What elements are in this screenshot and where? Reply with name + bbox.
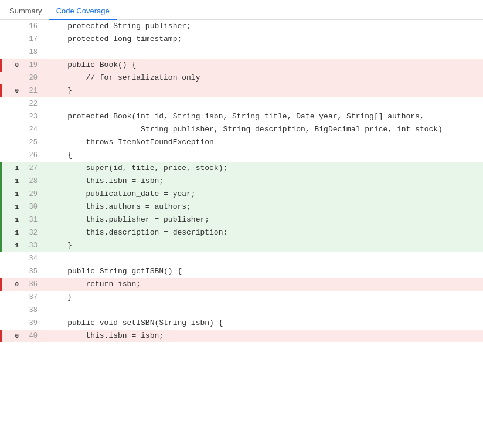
code-line [45, 252, 483, 265]
table-row: 25 throws ItemNotFoundException [0, 136, 483, 149]
table-row: 24 String publisher, String description,… [0, 123, 483, 136]
line-number: 28 [21, 175, 45, 188]
coverage-indicator [0, 291, 21, 304]
tab-summary[interactable]: Summary [2, 3, 49, 20]
code-line: super(id, title, price, stock); [45, 162, 483, 175]
code-line: protected long timestamp; [45, 33, 483, 46]
coverage-count: 0 [15, 330, 19, 342]
line-number: 40 [21, 330, 45, 342]
table-row: 128 this.isbn = isbn; [0, 175, 483, 188]
line-number: 36 [21, 278, 45, 291]
coverage-indicator: 1 [0, 188, 21, 201]
code-line: protected Book(int id, String isbn, Stri… [45, 110, 483, 123]
code-line [45, 304, 483, 317]
code-line: throws ItemNotFoundException [45, 136, 483, 149]
coverage-indicator [0, 136, 21, 149]
coverage-indicator: 0 [0, 59, 21, 72]
table-row: 22 [0, 97, 483, 110]
coverage-count: 1 [15, 239, 19, 252]
coverage-indicator [0, 72, 21, 84]
line-number: 37 [21, 291, 45, 304]
line-number: 25 [21, 136, 45, 149]
line-number: 27 [21, 162, 45, 175]
line-number: 34 [21, 252, 45, 265]
line-number: 22 [21, 97, 45, 110]
coverage-count: 1 [15, 188, 19, 201]
tab-code-coverage[interactable]: Code Coverage [49, 3, 117, 20]
coverage-indicator: 0 [0, 278, 21, 291]
table-row: 132 this.description = description; [0, 226, 483, 239]
coverage-count: 1 [15, 201, 19, 213]
coverage-indicator [0, 265, 21, 278]
line-number: 26 [21, 149, 45, 162]
code-line [45, 46, 483, 59]
coverage-count: 1 [15, 175, 19, 188]
table-row: 036 return isbn; [0, 278, 483, 291]
coverage-count: 1 [15, 213, 19, 226]
table-row: 37 } [0, 291, 483, 304]
coverage-count: 0 [15, 59, 19, 72]
coverage-count: 1 [15, 162, 19, 175]
table-row: 131 this.publisher = publisher; [0, 213, 483, 226]
line-number: 33 [21, 239, 45, 252]
coverage-indicator [0, 317, 21, 330]
code-line: protected String publisher; [45, 20, 483, 33]
line-number: 31 [21, 213, 45, 226]
code-line: this.authors = authors; [45, 201, 483, 213]
code-line: } [45, 291, 483, 304]
line-number: 39 [21, 317, 45, 330]
code-line: public String getISBN() { [45, 265, 483, 278]
coverage-indicator [0, 33, 21, 46]
coverage-indicator [0, 252, 21, 265]
code-line: publication_date = year; [45, 188, 483, 201]
table-row: 38 [0, 304, 483, 317]
coverage-indicator: 1 [0, 239, 21, 252]
coverage-indicator [0, 20, 21, 33]
line-number: 18 [21, 46, 45, 59]
table-row: 133 } [0, 239, 483, 252]
coverage-indicator: 1 [0, 162, 21, 175]
coverage-indicator [0, 304, 21, 317]
line-number: 24 [21, 123, 45, 136]
line-number: 38 [21, 304, 45, 317]
line-number: 23 [21, 110, 45, 123]
coverage-indicator [0, 97, 21, 110]
line-number: 17 [21, 33, 45, 46]
code-line: public Book() { [45, 59, 483, 72]
coverage-count: 0 [15, 278, 19, 291]
code-line: this.isbn = isbn; [45, 330, 483, 342]
code-line: { [45, 149, 483, 162]
table-row: 129 publication_date = year; [0, 188, 483, 201]
line-number: 20 [21, 72, 45, 84]
table-row: 23 protected Book(int id, String isbn, S… [0, 110, 483, 123]
coverage-indicator: 1 [0, 201, 21, 213]
code-line: // for serialization only [45, 72, 483, 84]
code-line: public void setISBN(String isbn) { [45, 317, 483, 330]
line-number: 19 [21, 59, 45, 72]
table-row: 130 this.authors = authors; [0, 201, 483, 213]
table-row: 019 public Book() { [0, 59, 483, 72]
table-row: 26 { [0, 149, 483, 162]
coverage-indicator: 0 [0, 84, 21, 97]
line-number: 29 [21, 188, 45, 201]
table-row: 18 [0, 46, 483, 59]
code-line [45, 97, 483, 110]
coverage-indicator [0, 46, 21, 59]
code-line: String publisher, String description, Bi… [45, 123, 483, 136]
coverage-indicator [0, 149, 21, 162]
table-row: 040 this.isbn = isbn; [0, 330, 483, 342]
table-row: 20 // for serialization only [0, 72, 483, 84]
code-coverage-area: 16 protected String publisher;17 protect… [0, 20, 483, 342]
coverage-indicator: 1 [0, 175, 21, 188]
code-line: this.description = description; [45, 226, 483, 239]
line-number: 16 [21, 20, 45, 33]
coverage-indicator [0, 110, 21, 123]
table-row: 35 public String getISBN() { [0, 265, 483, 278]
table-row: 34 [0, 252, 483, 265]
code-line: return isbn; [45, 278, 483, 291]
line-number: 21 [21, 84, 45, 97]
line-number: 30 [21, 201, 45, 213]
table-row: 39 public void setISBN(String isbn) { [0, 317, 483, 330]
code-line: this.isbn = isbn; [45, 175, 483, 188]
table-row: 16 protected String publisher; [0, 20, 483, 33]
